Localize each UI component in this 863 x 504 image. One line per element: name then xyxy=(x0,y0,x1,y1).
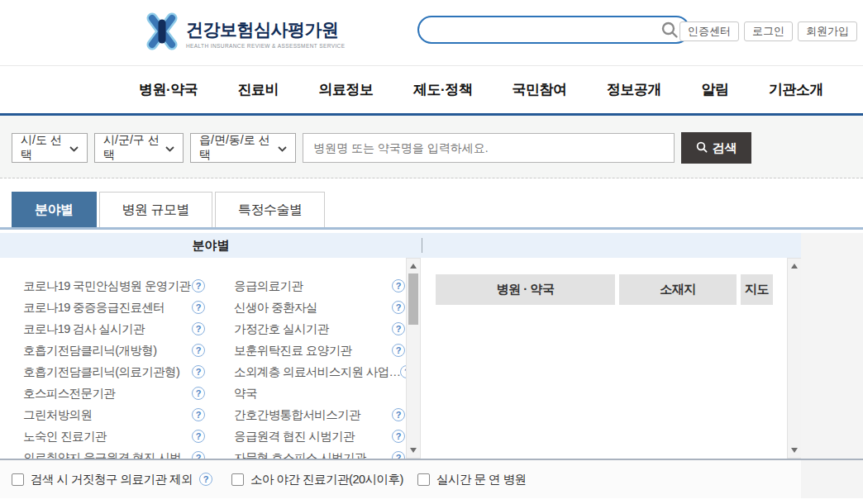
panel-header: 분야별 xyxy=(0,233,801,258)
sido-select[interactable]: 시/도 선택 xyxy=(12,133,88,163)
field-panel: 분야별 코로나19 국민안심병원 운영기관? 코로나19 중증응급진료센터? 코… xyxy=(0,233,801,459)
search-icon[interactable] xyxy=(660,21,679,39)
list-item[interactable]: 신생아 중환자실? xyxy=(234,297,405,318)
list-item-label: 코로나19 검사 실시기관 xyxy=(23,321,145,337)
list-item-label: 응급원격 협진 시범기관 xyxy=(234,429,355,445)
help-icon[interactable]: ? xyxy=(192,408,205,421)
list-item-label: 간호간병통합서비스기관 xyxy=(234,407,360,423)
list-item[interactable]: 의료취약지 응급원격 협진 시범? xyxy=(23,447,205,459)
help-icon[interactable]: ? xyxy=(192,430,205,443)
category-tabs: 분야별 병원 규모별 특정수술별 xyxy=(0,192,863,227)
help-icon[interactable]: ? xyxy=(192,344,205,357)
help-icon[interactable]: ? xyxy=(392,279,405,292)
list-item-label: 약국 xyxy=(234,386,257,402)
exclude-false-claims-checkbox[interactable]: 검색 시 거짓청구 의료기관 제외 ? xyxy=(12,460,212,498)
scroll-down-icon[interactable] xyxy=(410,448,417,453)
list-item[interactable]: 코로나19 검사 실시기관? xyxy=(23,318,205,340)
nav-item-medical-info[interactable]: 의료정보 xyxy=(319,80,374,99)
nav-item-notice[interactable]: 알림 xyxy=(701,80,728,99)
content-area: 분야별 코로나19 국민안심병원 운영기관? 코로나19 중증응급진료센터? 코… xyxy=(0,233,863,498)
checkbox[interactable] xyxy=(417,473,430,486)
column-header-map: 지도 xyxy=(741,274,773,305)
logo-subtitle: HEALTH INSURANCE REVIEW & ASSESSMENT SER… xyxy=(186,43,345,49)
panel-body: 코로나19 국민안심병원 운영기관? 코로나19 중증응급진료센터? 코로나19… xyxy=(0,258,801,459)
list-item[interactable]: 약국 xyxy=(234,383,405,404)
list-item[interactable]: 간호간병통합서비스기관? xyxy=(234,404,405,426)
logo[interactable]: 건강보험심사평가원 HEALTH INSURANCE REVIEW & ASSE… xyxy=(145,12,345,54)
nav-item-hospital-pharmacy[interactable]: 병원·약국 xyxy=(139,80,198,99)
open-now-checkbox[interactable]: 실시간 문 연 병원 xyxy=(417,460,527,498)
tab-by-hospital-size[interactable]: 병원 규모별 xyxy=(99,192,212,227)
help-icon[interactable]: ? xyxy=(392,344,405,357)
list-item[interactable]: 소외계층 의료서비스지원 사업…? xyxy=(234,361,405,383)
help-icon[interactable]: ? xyxy=(392,430,405,443)
help-icon[interactable]: ? xyxy=(392,408,405,421)
results-scrollbar[interactable] xyxy=(787,258,801,459)
help-icon[interactable]: ? xyxy=(192,365,205,378)
checkbox-label: 실시간 문 연 병원 xyxy=(436,472,527,487)
scroll-up-icon[interactable] xyxy=(791,264,798,269)
list-item[interactable]: 그린처방의원? xyxy=(23,404,205,426)
list-item[interactable]: 코로나19 중증응급진료센터? xyxy=(23,297,205,318)
list-item[interactable]: 응급의료기관? xyxy=(234,275,405,297)
help-icon[interactable]: ? xyxy=(192,279,205,292)
tab-by-field[interactable]: 분야별 xyxy=(12,192,97,227)
eupmyeondong-select-value: 읍/면/동/로 선택 xyxy=(199,133,278,163)
list-item-label: 보훈위탁진료 요양기관 xyxy=(234,343,351,359)
nav-item-participation[interactable]: 국민참여 xyxy=(513,80,567,99)
list-item-label: 응급의료기관 xyxy=(234,278,303,294)
pediatric-night-care-checkbox[interactable]: 소아 야간 진료기관(20시이후) xyxy=(231,460,403,498)
site-header: 건강보험심사평가원 HEALTH INSURANCE REVIEW & ASSE… xyxy=(0,0,863,66)
logo-title: 건강보험심사평가원 xyxy=(186,18,345,41)
scroll-down-icon[interactable] xyxy=(791,448,798,453)
list-item-label: 가정간호 실시기관 xyxy=(234,321,329,337)
nav-item-medical-fees[interactable]: 진료비 xyxy=(238,80,279,99)
help-icon[interactable]: ? xyxy=(199,473,212,486)
list-item[interactable]: 코로나19 국민안심병원 운영기관? xyxy=(23,275,205,297)
scrollbar-thumb[interactable] xyxy=(408,273,418,325)
chevron-down-icon xyxy=(69,141,79,155)
keyword-input[interactable] xyxy=(303,133,675,163)
help-icon[interactable]: ? xyxy=(192,301,205,314)
list-item[interactable]: 호흡기전담클리닉(개방형)? xyxy=(23,340,205,361)
list-item[interactable]: 호흡기전담클리닉(의료기관형)? xyxy=(23,361,205,383)
checkbox[interactable] xyxy=(231,473,244,486)
help-icon[interactable]: ? xyxy=(392,451,405,459)
header-search-input[interactable] xyxy=(419,23,660,36)
search-button[interactable]: 검색 xyxy=(681,132,751,164)
panel-title: 분야별 xyxy=(0,233,422,258)
nav-item-about[interactable]: 기관소개 xyxy=(769,80,823,99)
list-item[interactable]: 자문형 호스피스 시범기관? xyxy=(234,447,405,459)
help-icon[interactable]: ? xyxy=(192,451,205,459)
search-icon xyxy=(696,141,708,155)
list-item-label: 호흡기전담클리닉(개방형) xyxy=(23,343,156,359)
nav-item-disclosure[interactable]: 정보공개 xyxy=(607,80,661,99)
bottom-options-bar: 검색 시 거짓청구 의료기관 제외 ? 소아 야간 진료기관(20시이후) 실시… xyxy=(0,460,801,498)
list-item[interactable]: 가정간호 실시기관? xyxy=(234,318,405,340)
sido-select-value: 시/도 선택 xyxy=(21,133,69,163)
login-button[interactable]: 로그인 xyxy=(744,21,793,41)
column-header-hospital-pharmacy: 병원 · 약국 xyxy=(436,274,615,305)
list-scrollbar[interactable] xyxy=(406,258,421,459)
tab-by-surgery[interactable]: 특정수술별 xyxy=(215,192,326,227)
help-icon[interactable]: ? xyxy=(192,322,205,335)
list-item[interactable]: 보훈위탁진료 요양기관? xyxy=(234,340,405,361)
list-item[interactable]: 호스피스전문기관? xyxy=(23,383,205,404)
nav-item-policy[interactable]: 제도·정책 xyxy=(413,80,472,99)
list-item[interactable]: 노숙인 진료기관? xyxy=(23,426,205,447)
tab-underline xyxy=(0,227,863,230)
checkbox[interactable] xyxy=(12,473,24,486)
sigungu-select[interactable]: 시/군/구 선택 xyxy=(94,133,184,163)
list-item-label: 그린처방의원 xyxy=(23,407,92,423)
list-item-label: 의료취약지 응급원격 협진 시범 xyxy=(23,450,181,459)
cert-center-button[interactable]: 인증센터 xyxy=(679,21,739,41)
scroll-up-icon[interactable] xyxy=(410,264,417,269)
help-icon[interactable]: ? xyxy=(192,387,205,400)
eupmyeondong-select[interactable]: 읍/면/동/로 선택 xyxy=(190,133,296,163)
help-icon[interactable]: ? xyxy=(392,322,405,335)
field-list-col2: 응급의료기관? 신생아 중환자실? 가정간호 실시기관? 보훈위탁진료 요양기관… xyxy=(234,275,405,459)
help-icon[interactable]: ? xyxy=(392,301,405,314)
list-item[interactable]: 응급원격 협진 시범기관? xyxy=(234,426,405,447)
field-list-col1: 코로나19 국민안심병원 운영기관? 코로나19 중증응급진료센터? 코로나19… xyxy=(23,275,205,459)
signup-button[interactable]: 회원가입 xyxy=(798,21,857,41)
